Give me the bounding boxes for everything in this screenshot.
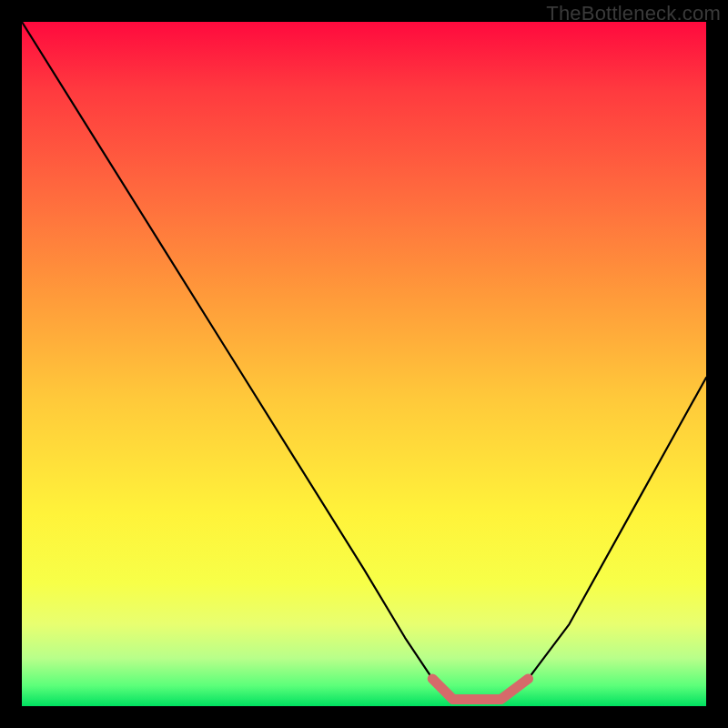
bottleneck-curve [22, 22, 706, 700]
plot-svg [22, 22, 706, 706]
watermark-text: TheBottleneck.com [546, 2, 721, 25]
plot-frame [22, 22, 706, 706]
optimal-range-highlight [432, 679, 528, 700]
